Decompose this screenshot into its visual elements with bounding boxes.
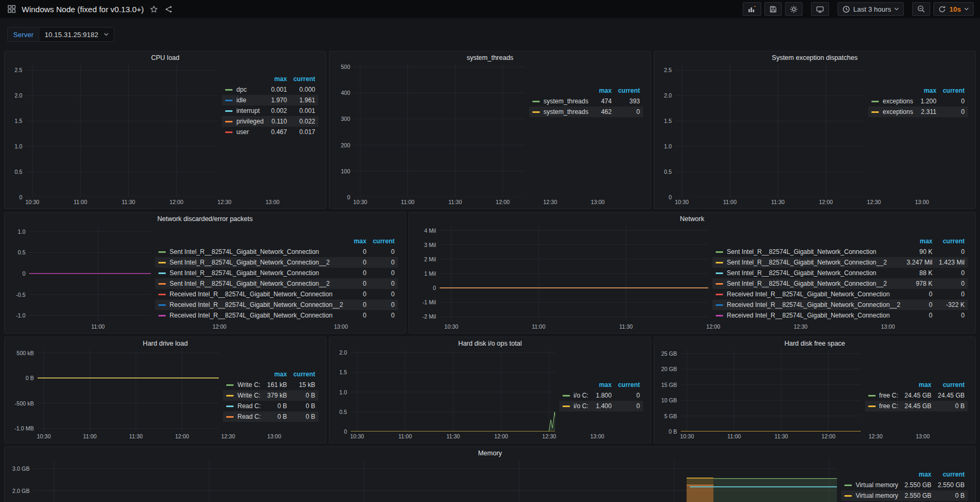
plot-area[interactable] (681, 350, 861, 431)
legend-series-label[interactable]: Read C: (223, 411, 264, 422)
legend-series-label[interactable]: Write C: (223, 380, 264, 390)
tv-mode-button[interactable] (811, 2, 829, 16)
legend-value: 88 K (904, 268, 936, 278)
legend-series-label[interactable]: Virtual memory (841, 490, 901, 501)
legend-value: 0 B (264, 411, 290, 422)
save-dashboard-button[interactable] (764, 2, 782, 16)
dashboard-settings-button[interactable] (785, 2, 803, 16)
plot-area[interactable] (675, 64, 864, 197)
plot-area[interactable] (33, 460, 837, 502)
series-color-dash (716, 315, 723, 316)
legend-series-label[interactable]: Sent Intel_R__82574L_Gigabit_Network_Con… (155, 278, 346, 289)
legend-col-max[interactable]: max (904, 236, 936, 246)
legend-series-label[interactable]: Sent Intel_R__82574L_Gigabit_Network_Con… (712, 257, 904, 268)
share-icon[interactable] (164, 4, 174, 14)
exceptions-chart: 00.51.01.52.02.5 10:3011:0011:3012:0012:… (657, 64, 864, 206)
legend-series-label[interactable]: idle (222, 95, 266, 105)
legend-col-max[interactable]: max (916, 85, 940, 96)
panel-title[interactable]: Network (409, 213, 975, 225)
legend-series-label[interactable]: exceptions (868, 96, 916, 107)
panel-title[interactable]: Network discarded/error packets (5, 213, 405, 225)
legend-row: i/o C:1.4000 (559, 401, 643, 411)
legend-series-label[interactable]: system_threads (529, 96, 592, 107)
legend-series-label[interactable]: interrupt (222, 105, 266, 116)
legend-series-label[interactable]: Sent Intel_R__82574L_Gigabit_Network_Con… (712, 268, 904, 278)
plot-area[interactable] (29, 225, 151, 322)
legend-col-current[interactable]: current (934, 469, 968, 480)
panel-title[interactable]: Memory (5, 447, 975, 460)
zoom-out-button[interactable] (912, 2, 930, 16)
legend-series-label[interactable]: Sent Intel_R__82574L_Gigabit_Network_Con… (712, 278, 904, 289)
legend-col-current[interactable]: current (936, 236, 968, 246)
plot-area[interactable] (38, 350, 219, 431)
plot-area[interactable] (351, 350, 555, 431)
legend-col-current[interactable]: current (290, 369, 318, 380)
legend-series-label[interactable]: Sent Intel_R__82574L_Gigabit_Network_Con… (155, 257, 346, 268)
refresh-interval-value[interactable]: 10s (949, 5, 961, 13)
legend-col-current[interactable]: current (370, 236, 398, 246)
legend-series-label[interactable]: Received Intel_R__82574L_Gigabit_Network… (712, 300, 904, 310)
refresh-button[interactable]: 10s (933, 2, 974, 16)
legend-col-current[interactable]: current (615, 380, 643, 390)
add-panel-button[interactable] (743, 2, 761, 16)
legend-series-label[interactable]: free C: (865, 390, 902, 401)
legend-series-label[interactable]: Read C: (223, 401, 264, 411)
legend-row: free C:24.45 GB24.45 GB (865, 390, 968, 401)
server-variable-dropdown[interactable]: 10.15.31.25:9182 (39, 27, 114, 42)
dashboard-grid-icon[interactable] (6, 4, 17, 14)
legend-col-max[interactable]: max (346, 236, 370, 246)
legend-col-current[interactable]: current (934, 380, 968, 390)
legend-series-label[interactable]: Write C: (223, 390, 264, 401)
y-tick-label: 0.5 (664, 169, 672, 175)
dashboard-title[interactable]: Windows Node (fixed for v0.13.0+) (22, 5, 144, 14)
legend-row: dpc0.0010.000 (222, 84, 318, 95)
legend-series-label[interactable]: system_threads (529, 107, 592, 117)
plot-canvas (681, 350, 861, 431)
plot-canvas (29, 225, 151, 322)
legend-series-label[interactable]: Sent Intel_R__82574L_Gigabit_Network_Con… (155, 246, 346, 257)
panel-title[interactable]: System exception dispatches (654, 51, 975, 64)
panel-title[interactable]: Hard drive load (5, 337, 326, 350)
legend-col-max[interactable]: max (264, 369, 290, 380)
legend-series-label[interactable]: dpc (222, 84, 266, 95)
legend-series-label[interactable]: user (222, 127, 266, 137)
legend-series-label[interactable]: exceptions (868, 107, 916, 117)
legend-col-current[interactable]: current (615, 85, 643, 96)
legend-series-label[interactable]: i/o C: (559, 401, 592, 411)
x-axis: 10:3011:0011:3012:0012:3013:00 (675, 197, 864, 206)
legend-series-label[interactable]: Sent Intel_R__82574L_Gigabit_Network_Con… (155, 268, 346, 278)
legend-series-label[interactable]: Sent Intel_R__82574L_Gigabit_Network_Con… (712, 246, 904, 257)
legend-value: 0 (370, 257, 398, 268)
x-tick-label: 11:30 (447, 433, 460, 439)
legend-series-label[interactable]: Received Intel_R__82574L_Gigabit_Network… (712, 289, 904, 300)
panel-title[interactable]: CPU load (5, 51, 326, 64)
legend-series-label[interactable]: Received Intel_R__82574L_Gigabit_Network… (155, 300, 346, 310)
legend-col-max[interactable]: max (902, 380, 935, 390)
panel-title[interactable]: Hard disk i/o ops total (329, 337, 651, 350)
legend-series-label[interactable]: i/o C: (559, 390, 592, 401)
system-threads-chart: 0100200300400500 10:3011:0011:3012:0012:… (333, 64, 525, 206)
legend-row: Received Intel_R__82574L_Gigabit_Network… (712, 289, 968, 300)
legend-value: 0.022 (290, 116, 318, 127)
panel-title[interactable]: system_threads (329, 51, 651, 64)
legend-col-max[interactable]: max (592, 85, 615, 96)
legend-col-current[interactable]: current (290, 74, 318, 84)
legend-col-max[interactable]: max (592, 380, 615, 390)
plot-area[interactable] (440, 225, 708, 322)
plot-area[interactable] (354, 64, 525, 197)
star-icon[interactable] (149, 4, 159, 14)
legend-value: 978 K (904, 278, 936, 289)
legend-series-label[interactable]: Received Intel_R__82574L_Gigabit_Network… (155, 289, 346, 300)
legend-series-label[interactable]: privileged (222, 116, 266, 127)
legend-col-current[interactable]: current (940, 85, 968, 96)
time-range-picker[interactable]: Last 3 hours (838, 2, 904, 16)
series-color-dash (868, 406, 876, 407)
legend-series-label[interactable]: Received Intel_R__82574L_Gigabit_Network… (155, 310, 346, 321)
legend-series-label[interactable]: free C: (865, 401, 902, 411)
legend-series-label[interactable]: Virtual memory (841, 480, 901, 490)
plot-area[interactable] (26, 64, 218, 197)
panel-title[interactable]: Hard disk free space (654, 337, 975, 350)
legend-series-label[interactable]: Received Intel_R__82574L_Gigabit_Network… (712, 310, 904, 321)
legend-col-max[interactable]: max (902, 469, 935, 480)
legend-col-max[interactable]: max (267, 74, 290, 84)
